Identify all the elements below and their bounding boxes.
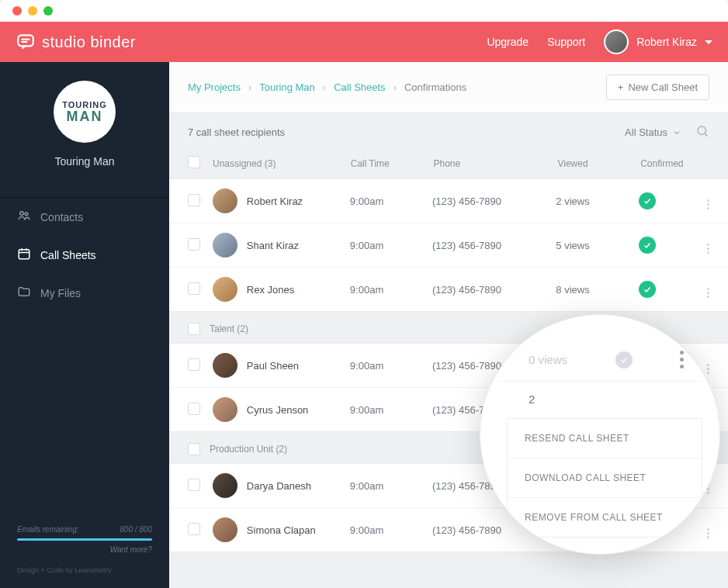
checkmark-icon bbox=[639, 281, 656, 298]
row-more-button[interactable] bbox=[707, 281, 709, 298]
row-name: Darya Danesh bbox=[247, 480, 311, 492]
status-filter-dropdown[interactable]: All Status bbox=[625, 126, 681, 138]
sidebar-item-label: Call Sheets bbox=[40, 249, 96, 261]
new-call-sheet-button[interactable]: + New Call Sheet bbox=[606, 74, 709, 100]
chevron-down-icon bbox=[705, 40, 712, 44]
row-checkbox[interactable] bbox=[188, 479, 200, 491]
row-name: Paul Sheen bbox=[247, 360, 299, 372]
user-avatar-icon bbox=[604, 29, 629, 54]
row-checkbox[interactable] bbox=[188, 238, 200, 251]
row-time: 9:00am bbox=[350, 240, 432, 251]
project-header[interactable]: TOURING MAN Touring Man bbox=[0, 62, 169, 183]
more-vertical-icon bbox=[707, 199, 709, 209]
project-name: Touring Man bbox=[0, 155, 169, 168]
group-title-production: Production Unit (2) bbox=[210, 444, 287, 455]
svg-rect-5 bbox=[19, 250, 29, 259]
close-window-icon[interactable] bbox=[12, 6, 22, 16]
row-more-button[interactable] bbox=[707, 357, 709, 374]
emails-remaining-value: 800 / 800 bbox=[120, 525, 152, 534]
checkmark-icon bbox=[639, 192, 656, 209]
row-checkbox[interactable] bbox=[188, 358, 200, 371]
select-group-checkbox[interactable] bbox=[188, 323, 200, 335]
avatar-icon bbox=[213, 353, 237, 378]
nav-upgrade[interactable]: Upgrade bbox=[487, 36, 529, 48]
avatar-icon bbox=[213, 517, 237, 542]
breadcrumb-project[interactable]: Touring Man bbox=[259, 81, 315, 93]
sidebar-item-my-files[interactable]: My Files bbox=[0, 274, 169, 312]
svg-point-9 bbox=[698, 126, 706, 135]
sidebar: TOURING MAN Touring Man Contacts Call Sh… bbox=[0, 62, 169, 588]
avatar-icon bbox=[213, 277, 237, 302]
credit-text: Design + Code by Leanometry bbox=[17, 566, 152, 574]
breadcrumb-call-sheets[interactable]: Call Sheets bbox=[334, 81, 385, 93]
topbar: studio binder Upgrade Support Robert Kir… bbox=[0, 22, 728, 62]
row-time: 9:00am bbox=[350, 480, 432, 492]
row-time: 9:00am bbox=[350, 524, 432, 536]
chat-bubble-icon bbox=[16, 32, 36, 52]
row-name: Cyrus Jenson bbox=[247, 404, 308, 416]
minimize-window-icon[interactable] bbox=[28, 6, 37, 16]
row-time: 9:00am bbox=[350, 360, 432, 372]
sidebar-item-contacts[interactable]: Contacts bbox=[0, 198, 169, 236]
search-icon[interactable] bbox=[695, 124, 709, 140]
checkmark-icon bbox=[639, 237, 656, 254]
row-more-button[interactable] bbox=[707, 237, 709, 254]
column-header-name: Unassigned (3) bbox=[213, 158, 276, 169]
want-more-link[interactable]: Want more? bbox=[17, 545, 152, 554]
table-header: Unassigned (3) Call Time Phone Viewed Co… bbox=[169, 148, 728, 178]
row-phone: (123) 456-7890 bbox=[432, 195, 556, 207]
row-checkbox[interactable] bbox=[188, 194, 200, 206]
row-checkbox[interactable] bbox=[188, 403, 200, 415]
magnified-views: 0 views bbox=[529, 353, 567, 366]
row-phone: (123) 456-7890 bbox=[432, 240, 556, 251]
column-header-confirmed: Confirmed bbox=[640, 158, 709, 169]
row-actions-menu: RESEND CALL SHEET DOWNLOAD CALL SHEET RE… bbox=[507, 418, 702, 538]
column-header-viewed: Viewed bbox=[557, 158, 640, 169]
table-row[interactable]: Robert Kiraz 9:00am (123) 456-7890 2 vie… bbox=[169, 179, 728, 223]
menu-item-download[interactable]: DOWNLOAD CALL SHEET bbox=[508, 458, 702, 498]
more-vertical-icon bbox=[707, 288, 709, 298]
breadcrumb-my-projects[interactable]: My Projects bbox=[188, 81, 241, 93]
avatar-icon bbox=[213, 233, 237, 258]
select-all-checkbox[interactable] bbox=[188, 156, 200, 168]
row-checkbox[interactable] bbox=[188, 282, 200, 295]
more-vertical-icon bbox=[707, 364, 709, 374]
user-menu[interactable]: Robert Kiraz bbox=[604, 29, 712, 54]
select-group-checkbox[interactable] bbox=[188, 443, 200, 455]
magnified-count: 2 bbox=[529, 393, 535, 406]
sidebar-item-label: Contacts bbox=[40, 211, 83, 223]
row-name: Robert Kiraz bbox=[247, 195, 303, 207]
brand-logo[interactable]: studio binder bbox=[16, 32, 136, 52]
row-more-button[interactable] bbox=[707, 192, 709, 209]
sidebar-item-call-sheets[interactable]: Call Sheets bbox=[0, 236, 169, 274]
row-more-button[interactable] bbox=[707, 521, 709, 538]
svg-rect-0 bbox=[18, 35, 33, 46]
recipient-count: 7 call sheet recipients bbox=[188, 126, 285, 138]
row-checkbox[interactable] bbox=[188, 523, 200, 535]
brand-name: studio binder bbox=[42, 33, 136, 51]
svg-point-4 bbox=[25, 213, 28, 216]
row-time: 9:00am bbox=[350, 195, 432, 207]
svg-line-10 bbox=[705, 133, 707, 136]
zoom-callout: 0 views 2 RESEND CALL SHEET DOWNLOAD CAL… bbox=[480, 314, 720, 555]
chevron-down-icon bbox=[672, 128, 681, 137]
more-vertical-icon bbox=[707, 244, 709, 254]
row-more-button[interactable] bbox=[680, 351, 688, 368]
menu-item-resend[interactable]: RESEND CALL SHEET bbox=[508, 419, 702, 458]
calendar-icon bbox=[17, 247, 31, 263]
project-logo-icon: TOURING MAN bbox=[54, 81, 116, 143]
table-row[interactable]: Shant Kiraz 9:00am (123) 456-7890 5 view… bbox=[169, 223, 728, 268]
row-name: Shant Kiraz bbox=[247, 240, 299, 251]
breadcrumb: My Projects › Touring Man › Call Sheets … bbox=[188, 81, 466, 93]
row-time: 9:00am bbox=[350, 284, 432, 296]
table-row[interactable]: Rex Jones 9:00am (123) 456-7890 8 views bbox=[169, 268, 728, 311]
maximize-window-icon[interactable] bbox=[43, 6, 53, 16]
column-header-phone: Phone bbox=[433, 158, 557, 169]
chevron-right-icon: › bbox=[248, 81, 251, 93]
window-chrome bbox=[0, 0, 728, 22]
user-name: Robert Kiraz bbox=[636, 36, 697, 48]
avatar-icon bbox=[213, 189, 237, 213]
plus-icon: + bbox=[618, 81, 624, 93]
nav-support[interactable]: Support bbox=[547, 36, 585, 48]
emails-remaining-label: Emails remaining: bbox=[17, 525, 78, 534]
